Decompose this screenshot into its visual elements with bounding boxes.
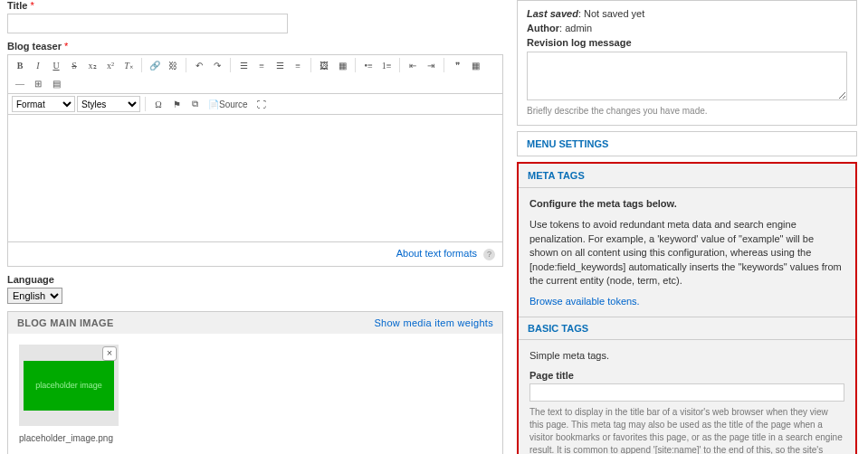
- simple-meta-text: Simple meta tags.: [529, 349, 844, 363]
- browse-tokens-link[interactable]: Browse available tokens.: [529, 296, 640, 307]
- blog-main-image-panel: BLOG MAIN IMAGE Show media item weights …: [7, 311, 503, 454]
- superscript-icon[interactable]: x²: [102, 57, 119, 73]
- rich-text-editor: B I U S x₂ x² Tₓ 🔗 ⛓ ↶ ↷ ☰ ≡ ☰: [7, 54, 503, 242]
- strike-icon[interactable]: S: [66, 57, 82, 73]
- unlink-icon[interactable]: ⛓: [165, 57, 181, 73]
- table-icon[interactable]: ▦: [467, 57, 483, 73]
- align-right-icon[interactable]: ☰: [272, 57, 288, 73]
- blog-main-image-heading: BLOG MAIN IMAGE: [17, 317, 114, 328]
- editor-toolbar-1: B I U S x₂ x² Tₓ 🔗 ⛓ ↶ ↷ ☰ ≡ ☰: [8, 55, 502, 94]
- hr-icon[interactable]: —: [12, 75, 28, 91]
- show-weights-link[interactable]: Show media item weights: [374, 317, 493, 328]
- editor-toolbar-2: Format Styles Ω ⚑ ⧉ 📄 Source ⛶: [8, 94, 502, 115]
- about-text-formats-link[interactable]: About text formats: [396, 248, 477, 259]
- revision-log-textarea[interactable]: [527, 52, 847, 100]
- subscript-icon[interactable]: x₂: [84, 57, 100, 73]
- italic-icon[interactable]: I: [30, 57, 46, 73]
- snippet-icon[interactable]: ▤: [48, 75, 64, 91]
- thumbnail-wrapper: × placeholder image placeholder_image.pn…: [19, 345, 119, 443]
- remove-thumbnail-button[interactable]: ×: [102, 346, 117, 361]
- omega-icon[interactable]: Ω: [150, 96, 167, 112]
- meta-tags-heading[interactable]: META TAGS: [519, 164, 855, 188]
- help-icon[interactable]: ?: [483, 249, 495, 260]
- align-center-icon[interactable]: ≡: [253, 57, 270, 73]
- undo-icon[interactable]: ↶: [191, 57, 207, 73]
- indent-icon[interactable]: ⇥: [423, 57, 439, 73]
- meta-configure-text: Configure the meta tags below.: [529, 197, 844, 211]
- thumbnail-filename: placeholder_image.png: [19, 433, 119, 443]
- anchor-icon[interactable]: ⚑: [168, 96, 185, 112]
- number-list-icon[interactable]: 1≡: [378, 57, 395, 73]
- styles-select[interactable]: Styles: [77, 96, 140, 112]
- teaser-label: Blog teaser *: [7, 41, 503, 52]
- align-left-icon[interactable]: ☰: [235, 57, 252, 73]
- media-icon[interactable]: ▦: [334, 57, 350, 73]
- format-select[interactable]: Format: [12, 96, 75, 112]
- remove-format-icon[interactable]: Tₓ: [120, 57, 137, 73]
- link-icon[interactable]: 🔗: [147, 57, 163, 73]
- align-justify-icon[interactable]: ≡: [290, 57, 306, 73]
- language-select[interactable]: English: [7, 288, 62, 304]
- title-input[interactable]: [7, 14, 288, 33]
- thumbnail-image: placeholder image: [24, 361, 114, 411]
- blockquote-icon[interactable]: ❞: [449, 57, 465, 73]
- last-saved-row: Last saved: Not saved yet: [527, 8, 847, 19]
- bullet-list-icon[interactable]: •≡: [360, 57, 377, 73]
- title-label: Title *: [7, 0, 503, 11]
- image-icon[interactable]: 🖼: [316, 57, 332, 73]
- underline-icon[interactable]: U: [48, 57, 64, 73]
- meta-tokens-help: Use tokens to avoid redundant meta data …: [529, 218, 844, 288]
- menu-settings-section[interactable]: MENU SETTINGS: [517, 131, 857, 156]
- about-formats-row: About text formats ?: [7, 242, 503, 267]
- meta-tags-panel: META TAGS Configure the meta tags below.…: [517, 162, 857, 454]
- language-label: Language: [7, 274, 503, 285]
- template-icon[interactable]: ⊞: [30, 75, 46, 91]
- redo-icon[interactable]: ↷: [209, 57, 225, 73]
- code-icon[interactable]: ⧉: [186, 96, 203, 112]
- outdent-icon[interactable]: ⇤: [405, 57, 421, 73]
- source-button[interactable]: 📄 Source: [205, 96, 252, 112]
- revision-log-help: Briefly describe the changes you have ma…: [527, 106, 847, 116]
- maximize-icon[interactable]: ⛶: [253, 96, 270, 112]
- basic-tags-heading[interactable]: BASIC TAGS: [519, 317, 855, 340]
- page-title-label: Page title: [529, 370, 574, 381]
- author-row: Author: admin: [527, 23, 847, 33]
- revision-log-label: Revision log message: [527, 37, 632, 48]
- editor-textarea[interactable]: [8, 115, 502, 241]
- page-title-help: The text to display in the title bar of …: [529, 406, 844, 454]
- page-title-input[interactable]: [529, 383, 844, 402]
- bold-icon[interactable]: B: [12, 57, 28, 73]
